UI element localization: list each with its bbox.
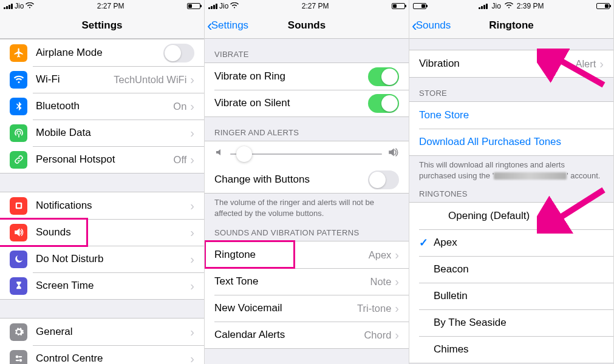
airplane-icon bbox=[10, 44, 27, 62]
ringer-footer: The volume of the ringer and alerts will… bbox=[205, 194, 409, 226]
status-bar: Jio 2:27 PM bbox=[0, 0, 204, 12]
clock: 2:39 PM bbox=[517, 2, 544, 10]
volume-high-icon bbox=[388, 147, 399, 160]
row-label: By The Seaside bbox=[434, 317, 604, 329]
clock: 2:27 PM bbox=[97, 2, 125, 10]
ringtone-apex-row[interactable]: ✓Apex bbox=[409, 229, 613, 256]
row-label: Screen Time bbox=[36, 280, 190, 292]
bluetooth-row[interactable]: BluetoothOn› bbox=[0, 93, 204, 120]
chevron-right-icon: › bbox=[190, 73, 194, 87]
row-label: New Voicemail bbox=[214, 302, 357, 314]
text-tone-row[interactable]: Text ToneNote› bbox=[205, 268, 409, 295]
vibrate-on-ring-row[interactable]: Vibrate on Ring bbox=[205, 63, 409, 90]
battery-icon bbox=[413, 3, 426, 9]
row-label: Tone Store bbox=[419, 109, 604, 121]
chevron-right-icon: › bbox=[190, 352, 194, 365]
toggle-switch[interactable] bbox=[368, 94, 399, 113]
speaker-icon bbox=[10, 224, 27, 241]
ringtone-opening-row[interactable]: Opening (Default) bbox=[409, 203, 613, 229]
chevron-right-icon: › bbox=[190, 279, 194, 293]
clock: 2:27 PM bbox=[302, 2, 329, 10]
calendar-alerts-row[interactable]: Calendar AlertsChord› bbox=[205, 322, 409, 348]
back-button[interactable]: ‹ Settings bbox=[205, 12, 253, 38]
toggle-switch[interactable] bbox=[163, 44, 194, 62]
row-label: Ringtone bbox=[214, 249, 369, 261]
ringtone-pane: Jio 2:39 PM ‹ Sounds Ringtone Vibration … bbox=[409, 0, 614, 364]
chevron-right-icon: › bbox=[190, 153, 194, 167]
ringtone-list[interactable]: Vibration Alert › Store Tone StoreDownlo… bbox=[409, 39, 613, 364]
change-with-buttons-row[interactable]: Change with Buttons bbox=[205, 166, 409, 193]
row-label: Bluetooth bbox=[36, 100, 173, 112]
ringtone-chimes-row[interactable]: Chimes bbox=[409, 336, 613, 363]
row-label: Do Not Disturb bbox=[36, 253, 190, 265]
wifi-icon bbox=[505, 2, 513, 10]
row-label: Personal Hotspot bbox=[36, 153, 174, 166]
chevron-right-icon: › bbox=[190, 199, 194, 213]
settings-pane: Jio 2:27 PM Settings Airplane ModeWi-FiT… bbox=[0, 0, 205, 364]
ringtone-beacon-row[interactable]: Beacon bbox=[409, 256, 613, 283]
row-label: Airplane Mode bbox=[36, 47, 163, 59]
row-value: Note bbox=[370, 276, 391, 288]
nav-bar: ‹ Settings Sounds bbox=[205, 12, 409, 39]
mobile-data-row[interactable]: Mobile Data› bbox=[0, 120, 204, 146]
ringer-volume-slider[interactable] bbox=[205, 141, 409, 166]
store-footer: This will download all ringtones and ale… bbox=[409, 156, 613, 188]
wifi-row[interactable]: Wi-FiTechUntold WiFi› bbox=[0, 66, 204, 93]
dnd-row[interactable]: Do Not Disturb› bbox=[0, 246, 204, 272]
chevron-right-icon: › bbox=[395, 302, 399, 315]
wifi-icon bbox=[230, 2, 239, 10]
ringtone-row[interactable]: RingtoneApex› bbox=[205, 241, 409, 268]
row-label: Wi-Fi bbox=[36, 73, 114, 86]
bluetooth-icon bbox=[10, 98, 27, 115]
hourglass-icon bbox=[10, 277, 27, 295]
toggle-switch[interactable] bbox=[368, 170, 399, 189]
carrier-label: Jio bbox=[15, 2, 24, 10]
row-label: Opening (Default) bbox=[434, 210, 604, 222]
row-label: Control Centre bbox=[36, 352, 190, 364]
toggle-switch[interactable] bbox=[368, 67, 399, 86]
row-value: On bbox=[173, 101, 186, 112]
row-value: Tri-tone bbox=[357, 303, 391, 314]
vibrate-on-silent-row[interactable]: Vibrate on Silent bbox=[205, 90, 409, 116]
row-label: Notifications bbox=[36, 200, 190, 212]
gear-icon bbox=[10, 323, 27, 341]
antenna-icon bbox=[10, 124, 27, 142]
general-row[interactable]: General› bbox=[0, 318, 204, 345]
back-button[interactable]: ‹ Sounds bbox=[409, 12, 455, 38]
screentime-row[interactable]: Screen Time› bbox=[0, 272, 204, 299]
row-value: TechUntold WiFi bbox=[114, 74, 186, 86]
svg-rect-1 bbox=[17, 204, 21, 207]
chevron-right-icon: › bbox=[395, 248, 399, 262]
group-header-store: Store bbox=[409, 78, 613, 101]
chevron-right-icon: › bbox=[395, 328, 399, 342]
control-centre-row[interactable]: Control Centre› bbox=[0, 345, 204, 364]
row-label: Calendar Alerts bbox=[214, 329, 364, 341]
settings-list[interactable]: Airplane ModeWi-FiTechUntold WiFi›Blueto… bbox=[0, 39, 204, 364]
download-all-row[interactable]: Download All Purchased Tones bbox=[409, 129, 613, 155]
airplane-mode-row[interactable]: Airplane Mode bbox=[0, 39, 204, 66]
wifi-icon bbox=[10, 71, 27, 89]
ringtone-by-the-seaside-row[interactable]: By The Seaside bbox=[409, 309, 613, 336]
row-label: General bbox=[36, 326, 190, 338]
svg-point-2 bbox=[15, 356, 18, 359]
hotspot-row[interactable]: Personal HotspotOff› bbox=[0, 146, 204, 173]
sounds-list[interactable]: Vibrate Vibrate on RingVibrate on Silent… bbox=[205, 39, 409, 364]
vibration-row[interactable]: Vibration Alert › bbox=[409, 50, 613, 77]
row-label: Vibrate on Silent bbox=[214, 97, 368, 109]
ringtone-bulletin-row[interactable]: Bulletin bbox=[409, 283, 613, 309]
signal-bars-icon bbox=[479, 3, 488, 9]
row-label: Change with Buttons bbox=[214, 174, 368, 186]
new-voicemail-row[interactable]: New VoicemailTri-tone› bbox=[205, 295, 409, 322]
moon-icon bbox=[10, 251, 27, 268]
chevron-right-icon: › bbox=[190, 252, 194, 266]
chevron-right-icon: › bbox=[599, 57, 604, 71]
notifications-row[interactable]: Notifications› bbox=[0, 192, 204, 219]
row-label: Text Tone bbox=[214, 275, 370, 288]
tone-store-row[interactable]: Tone Store bbox=[409, 102, 613, 129]
switches-icon bbox=[10, 350, 27, 365]
svg-point-4 bbox=[19, 359, 22, 362]
sounds-row[interactable]: Sounds› bbox=[0, 219, 204, 246]
page-title: Ringtone bbox=[489, 19, 534, 32]
page-title: Sounds bbox=[288, 19, 326, 32]
svg-rect-3 bbox=[18, 356, 22, 357]
